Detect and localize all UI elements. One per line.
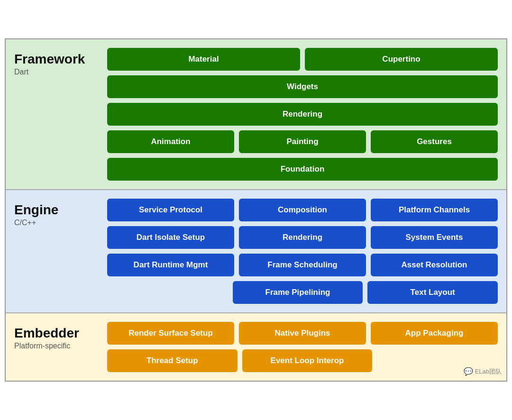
engine-platform-channels[interactable]: Platform Channels: [371, 199, 498, 221]
framework-widgets[interactable]: Widgets: [107, 75, 498, 98]
embedder-label: Embedder Platform-specific: [14, 322, 100, 372]
engine-service-protocol[interactable]: Service Protocol: [107, 199, 234, 221]
embedder-title: Embedder: [14, 326, 100, 341]
engine-label: Engine C/C++: [14, 199, 100, 304]
framework-row-4: Animation Painting Gestures: [107, 130, 498, 153]
framework-rendering[interactable]: Rendering: [107, 103, 498, 126]
engine-asset-resolution[interactable]: Asset Resolution: [371, 254, 498, 276]
framework-row-5: Foundation: [107, 158, 498, 181]
engine-row-3: Dart Runtime Mgmt Frame Scheduling Asset…: [107, 254, 498, 276]
framework-subtitle: Dart: [14, 68, 100, 76]
engine-text-layout[interactable]: Text Layout: [367, 281, 498, 304]
framework-row-3: Rendering: [107, 103, 498, 126]
framework-row-1: Material Cupertino: [107, 48, 498, 71]
engine-frame-pipelining[interactable]: Frame Pipelining: [233, 281, 363, 304]
framework-label: Framework Dart: [14, 48, 100, 181]
embedder-subtitle: Platform-specific: [14, 342, 100, 350]
framework-foundation[interactable]: Foundation: [107, 158, 498, 181]
embedder-event-loop-interop[interactable]: Event Loop Interop: [242, 349, 373, 372]
wechat-icon: 💬: [464, 367, 473, 376]
framework-gestures[interactable]: Gestures: [371, 130, 498, 153]
embedder-thread-setup[interactable]: Thread Setup: [107, 349, 238, 372]
engine-dart-isolate-setup[interactable]: Dart Isolate Setup: [107, 226, 234, 249]
engine-row4-spacer: [107, 281, 228, 304]
elab-text: ELab团队: [475, 367, 502, 376]
engine-content: Service Protocol Composition Platform Ch…: [107, 199, 498, 304]
diagram-container: Framework Dart Material Cupertino Widget…: [5, 38, 507, 382]
embedder-row-1: Render Surface Setup Native Plugins App …: [107, 322, 498, 345]
embedder-native-plugins[interactable]: Native Plugins: [239, 322, 366, 345]
engine-title: Engine: [14, 202, 100, 218]
engine-composition[interactable]: Composition: [239, 199, 366, 221]
embedder-section: Embedder Platform-specific Render Surfac…: [6, 313, 506, 381]
framework-content: Material Cupertino Widgets Rendering Ani…: [107, 48, 498, 181]
embedder-render-surface-setup[interactable]: Render Surface Setup: [107, 322, 234, 345]
framework-material[interactable]: Material: [107, 48, 300, 71]
framework-painting[interactable]: Painting: [239, 130, 366, 153]
engine-row-1: Service Protocol Composition Platform Ch…: [107, 199, 498, 221]
embedder-row-2: Thread Setup Event Loop Interop: [107, 349, 498, 372]
engine-dart-runtime-mgmt[interactable]: Dart Runtime Mgmt: [107, 254, 234, 276]
framework-title: Framework: [14, 52, 100, 67]
framework-row-2: Widgets: [107, 75, 498, 98]
engine-section: Engine C/C++ Service Protocol Compositio…: [6, 190, 506, 313]
framework-cupertino[interactable]: Cupertino: [305, 48, 498, 71]
embedder-content: Render Surface Setup Native Plugins App …: [107, 322, 498, 372]
engine-subtitle: C/C++: [14, 219, 100, 227]
elab-badge: 💬 ELab团队: [464, 367, 502, 376]
engine-rendering[interactable]: Rendering: [239, 226, 366, 249]
framework-section: Framework Dart Material Cupertino Widget…: [6, 39, 506, 190]
engine-row-2: Dart Isolate Setup Rendering System Even…: [107, 226, 498, 249]
engine-system-events[interactable]: System Events: [371, 226, 498, 249]
framework-animation[interactable]: Animation: [107, 130, 234, 153]
engine-row-4: Frame Pipelining Text Layout: [107, 281, 498, 304]
engine-frame-scheduling[interactable]: Frame Scheduling: [239, 254, 366, 276]
embedder-app-packaging[interactable]: App Packaging: [371, 322, 498, 345]
